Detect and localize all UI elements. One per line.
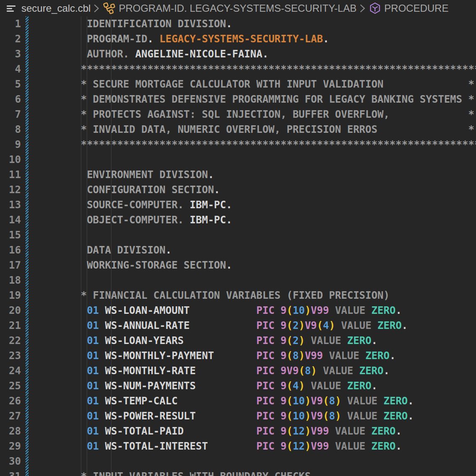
breadcrumb-file[interactable]: secure_calc.cbl: [21, 3, 91, 14]
code-line[interactable]: 4 **************************************…: [0, 62, 476, 77]
code-line[interactable]: 2 PROGRAM-ID. LEGACY-SYSTEMS-SECURITY-LA…: [0, 31, 476, 47]
line-number[interactable]: 29: [0, 439, 21, 454]
code-line[interactable]: 25 01 WS-NUM-PAYMENTS PIC 9(4) VALUE ZER…: [0, 378, 476, 393]
line-number[interactable]: 30: [0, 454, 21, 469]
code-line[interactable]: 24 01 WS-MONTHLY-RATE PIC 9V9(8) VALUE Z…: [0, 363, 476, 378]
code-text: 01 WS-TEMP-CALC PIC 9(10)V9(8) VALUE ZER…: [44, 393, 414, 409]
code-text: 01 WS-POWER-RESULT PIC 9(10)V9(8) VALUE …: [44, 409, 414, 424]
breadcrumb-list-icon[interactable]: [6, 3, 17, 13]
code-line[interactable]: 18: [0, 273, 476, 288]
code-line[interactable]: 17 WORKING-STORAGE SECTION.: [0, 258, 476, 273]
line-number[interactable]: 8: [0, 122, 21, 137]
code-text: * SECURE MORTGAGE CALCULATOR WITH INPUT …: [44, 77, 474, 92]
breadcrumb-symbol-label: PROGRAM-ID. LEGACY-SYSTEMS-SECURITY-LAB: [119, 3, 357, 14]
line-number[interactable]: 19: [0, 288, 21, 303]
code-line[interactable]: 21 01 WS-ANNUAL-RATE PIC 9(2)V9(4) VALUE…: [0, 318, 476, 333]
line-number[interactable]: 28: [0, 424, 21, 439]
code-line[interactable]: 9 **************************************…: [0, 137, 476, 152]
code-line[interactable]: 22 01 WS-LOAN-YEARS PIC 9(2) VALUE ZERO.: [0, 333, 476, 348]
line-number[interactable]: 18: [0, 273, 21, 288]
code-line[interactable]: 11 ENVIRONMENT DIVISION.: [0, 167, 476, 182]
line-number[interactable]: 23: [0, 348, 21, 363]
line-number[interactable]: 20: [0, 303, 21, 318]
breadcrumb-symbol-label: PROCEDURE: [384, 3, 448, 14]
code-text: AUTHOR. ANGELINE-NICOLE-FAINA.: [44, 47, 269, 62]
code-text: SOURCE-COMPUTER. IBM-PC.: [44, 197, 232, 212]
code-text: * FINANCIAL CALCULATION VARIABLES (FIXED…: [44, 288, 390, 303]
line-number[interactable]: 11: [0, 167, 21, 182]
line-number[interactable]: 24: [0, 363, 21, 378]
code-line[interactable]: 30: [0, 454, 476, 469]
code-line[interactable]: 27 01 WS-POWER-RESULT PIC 9(10)V9(8) VAL…: [0, 409, 476, 424]
line-number[interactable]: 10: [0, 152, 21, 167]
line-number[interactable]: 17: [0, 258, 21, 273]
code-line[interactable]: 13 SOURCE-COMPUTER. IBM-PC.: [0, 197, 476, 212]
line-number[interactable]: 16: [0, 243, 21, 258]
code-text: 01 WS-MONTHLY-PAYMENT PIC 9(8)V99 VALUE …: [44, 348, 396, 363]
code-text: 01 WS-NUM-PAYMENTS PIC 9(4) VALUE ZERO.: [44, 378, 378, 393]
line-number[interactable]: 1: [0, 16, 21, 31]
line-number[interactable]: 26: [0, 393, 21, 409]
line-number[interactable]: 2: [0, 31, 21, 47]
line-number[interactable]: 5: [0, 77, 21, 92]
code-line[interactable]: 31 * INPUT VARIABLES WITH BOUNDARY CHECK…: [0, 469, 476, 476]
line-number[interactable]: 14: [0, 212, 21, 228]
line-number[interactable]: 4: [0, 62, 21, 77]
symbol-namespace-icon: [369, 2, 381, 15]
code-line[interactable]: 26 01 WS-TEMP-CALC PIC 9(10)V9(8) VALUE …: [0, 393, 476, 409]
code-line[interactable]: 6 * DEMONSTRATES DEFENSIVE PROGRAMMING F…: [0, 92, 476, 107]
breadcrumb: secure_calc.cbl PROGRAM-ID. LEGACY-SYSTE…: [0, 0, 476, 16]
breadcrumb-symbol-program-id[interactable]: PROGRAM-ID. LEGACY-SYSTEMS-SECURITY-LAB: [103, 2, 357, 15]
code-line[interactable]: 20 01 WS-LOAN-AMOUNT PIC 9(10)V99 VALUE …: [0, 303, 476, 318]
code-text: WORKING-STORAGE SECTION.: [44, 258, 232, 273]
code-text: 01 WS-TOTAL-INTEREST PIC 9(12)V99 VALUE …: [44, 439, 402, 454]
chevron-right-icon: [94, 4, 99, 13]
code-line[interactable]: 14 OBJECT-COMPUTER. IBM-PC.: [0, 212, 476, 228]
code-line[interactable]: 7 * PROTECTS AGAINST: SQL INJECTION, BUF…: [0, 107, 476, 122]
code-text: PROGRAM-ID. LEGACY-SYSTEMS-SECURITY-LAB.: [44, 31, 329, 47]
symbol-structure-icon: [103, 2, 116, 15]
line-number[interactable]: 6: [0, 92, 21, 107]
code-text: OBJECT-COMPUTER. IBM-PC.: [44, 212, 232, 228]
code-text: 01 WS-MONTHLY-RATE PIC 9V9(8) VALUE ZERO…: [44, 363, 390, 378]
breadcrumb-symbol-procedure[interactable]: PROCEDURE: [369, 2, 448, 15]
line-number[interactable]: 3: [0, 47, 21, 62]
code-line[interactable]: 5 * SECURE MORTGAGE CALCULATOR WITH INPU…: [0, 77, 476, 92]
code-line[interactable]: 3 AUTHOR. ANGELINE-NICOLE-FAINA.: [0, 47, 476, 62]
code-line[interactable]: 10: [0, 152, 476, 167]
code-line[interactable]: 12 CONFIGURATION SECTION.: [0, 182, 476, 197]
code-text: * PROTECTS AGAINST: SQL INJECTION, BUFFE…: [44, 107, 474, 122]
line-number[interactable]: 27: [0, 409, 21, 424]
chevron-right-icon: [360, 4, 365, 13]
code-text: CONFIGURATION SECTION.: [44, 182, 220, 197]
code-line[interactable]: 28 01 WS-TOTAL-PAID PIC 9(12)V99 VALUE Z…: [0, 424, 476, 439]
code-text: ENVIRONMENT DIVISION.: [44, 167, 214, 182]
line-number[interactable]: 7: [0, 107, 21, 122]
code-line[interactable]: 19 * FINANCIAL CALCULATION VARIABLES (FI…: [0, 288, 476, 303]
line-number[interactable]: 21: [0, 318, 21, 333]
line-number[interactable]: 22: [0, 333, 21, 348]
code-lines: 1 IDENTIFICATION DIVISION.2 PROGRAM-ID. …: [0, 16, 476, 476]
code-text: 01 WS-LOAN-YEARS PIC 9(2) VALUE ZERO.: [44, 333, 378, 348]
line-number[interactable]: 9: [0, 137, 21, 152]
line-number[interactable]: 15: [0, 228, 21, 243]
line-number[interactable]: 31: [0, 469, 21, 476]
code-text: 01 WS-ANNUAL-RATE PIC 9(2)V9(4) VALUE ZE…: [44, 318, 408, 333]
line-number[interactable]: 12: [0, 182, 21, 197]
code-text: * DEMONSTRATES DEFENSIVE PROGRAMMING FOR…: [44, 92, 474, 107]
line-number[interactable]: 13: [0, 197, 21, 212]
line-number[interactable]: 25: [0, 378, 21, 393]
code-text: ****************************************…: [44, 62, 476, 77]
code-text: 01 WS-TOTAL-PAID PIC 9(12)V99 VALUE ZERO…: [44, 424, 402, 439]
code-line[interactable]: 29 01 WS-TOTAL-INTEREST PIC 9(12)V99 VAL…: [0, 439, 476, 454]
code-line[interactable]: 8 * INVALID DATA, NUMERIC OVERFLOW, PREC…: [0, 122, 476, 137]
code-text: * INPUT VARIABLES WITH BOUNDARY CHECKS: [44, 469, 311, 476]
code-text: IDENTIFICATION DIVISION.: [44, 16, 232, 31]
code-line[interactable]: 23 01 WS-MONTHLY-PAYMENT PIC 9(8)V99 VAL…: [0, 348, 476, 363]
code-text: 01 WS-LOAN-AMOUNT PIC 9(10)V99 VALUE ZER…: [44, 303, 402, 318]
code-line[interactable]: 1 IDENTIFICATION DIVISION.: [0, 16, 476, 31]
code-editor[interactable]: 1 IDENTIFICATION DIVISION.2 PROGRAM-ID. …: [0, 16, 476, 476]
code-text: * INVALID DATA, NUMERIC OVERFLOW, PRECIS…: [44, 122, 474, 137]
code-line[interactable]: 15: [0, 228, 476, 243]
code-line[interactable]: 16 DATA DIVISION.: [0, 243, 476, 258]
